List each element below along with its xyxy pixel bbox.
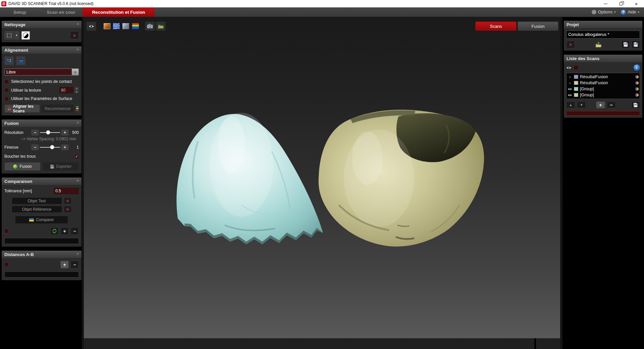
minimize-button[interactable] [598, 0, 613, 7]
shaded-blue-display-button[interactable] [112, 21, 121, 31]
distances-result-field[interactable] [4, 271, 79, 278]
spinner-down-icon[interactable]: ▾ [74, 90, 79, 93]
collapse-icon[interactable]: ^ [77, 23, 79, 26]
delete-selection-button[interactable]: × [70, 31, 79, 39]
comparison-add-button[interactable]: + [60, 227, 69, 235]
invert-selection-button[interactable] [21, 31, 30, 40]
material-sphere-icon[interactable] [635, 81, 639, 85]
panel-projet-header[interactable]: Projet [564, 21, 642, 28]
finesse-slider-thumb[interactable] [50, 145, 54, 149]
texture-weight-input[interactable] [59, 87, 73, 93]
fusion-button[interactable]: Fusion [4, 162, 41, 171]
help-menu[interactable]: ? Aide ▾ [621, 10, 639, 15]
model-cyan[interactable] [176, 113, 323, 244]
distances-visibility-checkbox[interactable] [4, 262, 9, 267]
options-menu[interactable]: Options ▾ [592, 10, 616, 14]
tab-scan[interactable]: Scan en cour [40, 7, 83, 17]
scan-list-item[interactable]: [Group] [568, 92, 639, 98]
scan-list-item[interactable]: ○ RésultatFusion [568, 74, 639, 80]
shaded-gray-display-button[interactable] [121, 21, 130, 31]
spinner-up-icon[interactable]: ▴ [74, 87, 79, 90]
resolution-slider[interactable]: − + [31, 130, 69, 136]
tab-setup[interactable]: Setup [0, 7, 40, 17]
material-sphere-icon[interactable] [635, 93, 639, 97]
swap-objects-button[interactable] [50, 227, 59, 235]
use-surface-params-checkbox[interactable] [4, 97, 9, 101]
save-scan-as-button[interactable]: Aa [631, 101, 640, 108]
combo-arrow-icon[interactable]: ▾ [72, 69, 78, 75]
material-sphere-icon[interactable] [635, 75, 639, 79]
object-reference-button[interactable]: Objet Référence [12, 206, 62, 213]
open-scan-button[interactable] [156, 21, 166, 31]
visibility-on-eye-icon[interactable] [568, 88, 572, 91]
pairwise-align-button[interactable] [4, 56, 14, 65]
object-test-clear-button[interactable]: × [64, 197, 72, 204]
add-scan-button[interactable]: + [596, 101, 605, 108]
global-texture-checkbox[interactable] [574, 65, 579, 70]
panel-nettoyage-header[interactable]: Nettoyage ^ [2, 21, 82, 28]
color-scale-display-button[interactable] [131, 21, 140, 31]
global-align-button[interactable] [16, 56, 25, 65]
project-name-input[interactable] [566, 31, 640, 39]
scans-mode-button[interactable]: Scans [475, 21, 517, 31]
object-test-button[interactable]: Objet Test [12, 197, 62, 204]
move-up-button[interactable]: ▲ [566, 101, 575, 108]
scan-list-item[interactable]: [Group] [568, 86, 639, 92]
right-splitter[interactable] [560, 17, 562, 349]
align-settings-button[interactable] [75, 105, 79, 112]
model-olive[interactable] [319, 110, 484, 247]
texture-display-button[interactable] [103, 21, 111, 31]
export-button[interactable]: Exporter [43, 162, 79, 171]
finesse-slider[interactable]: − + [31, 144, 69, 150]
resolution-plus-button[interactable]: + [61, 130, 69, 136]
scan-list-item[interactable]: ○ RésultatFusion [568, 80, 639, 86]
compare-button[interactable]: Comparer [15, 216, 68, 224]
comparison-remove-button[interactable]: − [70, 227, 79, 235]
project-delete-button[interactable]: × [566, 41, 575, 48]
material-sphere-icon[interactable] [635, 87, 639, 91]
object-reference-clear-button[interactable]: × [64, 206, 72, 213]
finesse-plus-button[interactable]: + [61, 144, 69, 150]
remove-scan-button[interactable]: − [607, 101, 616, 108]
collapse-icon[interactable]: ^ [77, 180, 79, 183]
restore-button[interactable] [613, 0, 629, 7]
visibility-off-icon[interactable]: ○ [568, 81, 572, 85]
toggle-visibility-button[interactable] [86, 21, 96, 31]
project-open-button[interactable] [594, 41, 603, 48]
use-texture-checkbox[interactable] [4, 88, 9, 92]
selection-tool-button[interactable] [4, 31, 14, 40]
close-button[interactable]: × [629, 0, 644, 7]
panel-alignement-header[interactable]: Alignement ^ [2, 46, 82, 54]
finesse-minus-button[interactable]: − [31, 144, 39, 150]
align-mode-select[interactable]: Libre ▾ [4, 68, 79, 76]
panel-distances-header[interactable]: Distances A-B ^ [2, 251, 82, 258]
select-contact-points-checkbox[interactable] [4, 80, 9, 84]
restart-button[interactable]: Recommencer [41, 104, 74, 113]
distances-add-button[interactable]: + [60, 261, 69, 268]
panel-comparaison-header[interactable]: Comparaison ^ [2, 178, 82, 185]
resolution-slider-thumb[interactable] [46, 130, 50, 135]
info-button[interactable]: i [634, 64, 640, 71]
move-down-button[interactable]: ▼ [577, 101, 586, 108]
tab-reconstruction[interactable]: Reconstitution et Fusion [83, 7, 155, 17]
collapse-icon[interactable]: ^ [77, 122, 79, 124]
resolution-minus-button[interactable]: − [31, 130, 39, 136]
visibility-off-icon[interactable]: ○ [568, 75, 572, 79]
collapse-icon[interactable]: ^ [77, 49, 79, 51]
selection-tool-dropdown[interactable]: ▾ [14, 31, 19, 40]
comparison-visibility-checkbox[interactable] [4, 229, 9, 233]
comparison-result-field[interactable] [4, 238, 79, 244]
fill-holes-checkbox[interactable]: ✓ [74, 154, 79, 159]
global-visibility-eye-icon[interactable] [566, 66, 572, 69]
visibility-on-eye-icon[interactable] [568, 94, 572, 97]
fusion-mode-button[interactable]: Fusion [518, 21, 558, 31]
screenshot-button[interactable] [145, 21, 155, 31]
distances-remove-button[interactable]: − [70, 261, 79, 268]
collapse-icon[interactable]: ^ [77, 253, 79, 256]
project-save-as-button[interactable]: Aa [621, 41, 630, 48]
panel-scan-list-header[interactable]: Liste des Scans [564, 55, 642, 62]
align-scans-button[interactable]: Aligner les Scans [4, 104, 40, 113]
project-save-button[interactable] [631, 41, 640, 48]
tolerance-input[interactable] [54, 188, 79, 194]
panel-fusion-header[interactable]: Fusion ^ [2, 119, 82, 127]
